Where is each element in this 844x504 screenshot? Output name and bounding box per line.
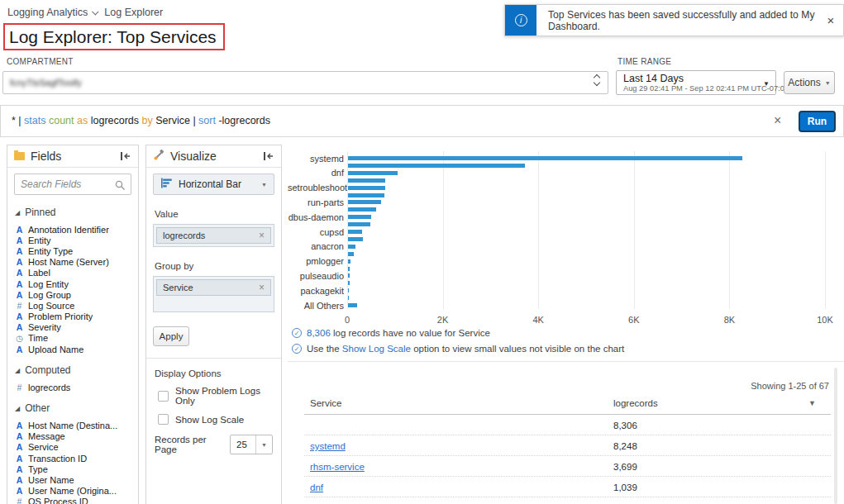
bar-run-parts[interactable] (348, 200, 381, 204)
fields-section-pinned[interactable]: ◢Pinned (15, 207, 131, 218)
query-token: -logrecords (216, 115, 270, 126)
field-item[interactable]: AAnnotation Identifier (15, 224, 131, 235)
field-item[interactable]: AUser Name (Origina... (15, 486, 131, 497)
group-by-label: Group by (155, 261, 273, 271)
note-plain-text: log records have no value for Service (331, 328, 490, 338)
field-item[interactable]: ALog Entity (15, 278, 131, 289)
field-item[interactable]: ALog Group (15, 289, 131, 300)
query-token: sort (198, 115, 216, 126)
field-item-label: Label (28, 268, 50, 278)
chart-note: ✓Use the Show Log Scale option to view s… (292, 344, 624, 354)
close-icon[interactable]: × (818, 5, 843, 36)
field-item[interactable]: #Log Source (15, 300, 131, 311)
bar-pulseaudio[interactable] (348, 273, 350, 278)
bar-unlabeled[interactable] (348, 267, 350, 271)
field-item[interactable]: #OS Process ID (15, 497, 131, 504)
group-by-chip[interactable]: Service × (156, 279, 271, 296)
bar-pmlogger[interactable] (348, 259, 350, 264)
field-item-label: Host Name (Destina... (28, 421, 117, 430)
chevron-down-icon[interactable] (92, 8, 98, 15)
service-link[interactable]: systemd (310, 441, 346, 451)
bar-cupsd[interactable] (348, 230, 362, 234)
bar-unlabeled[interactable] (348, 222, 370, 226)
checkbox-icon[interactable] (158, 414, 169, 425)
bar-unlabeled[interactable] (348, 178, 385, 183)
collapse-panel-icon[interactable] (120, 151, 131, 161)
service-link[interactable]: dnf (310, 483, 323, 492)
sort-desc-icon[interactable]: ▼ (808, 399, 816, 407)
field-item[interactable]: ALabel (15, 268, 131, 278)
bar-packagekit[interactable] (348, 288, 349, 292)
field-item-label: Severity (28, 322, 61, 332)
records-per-page-select[interactable]: 25 ▼ (230, 435, 273, 454)
bar-systemd[interactable] (348, 156, 742, 160)
field-item[interactable]: AEntity Type (15, 245, 131, 256)
text-field-icon: A (15, 225, 24, 235)
bar-unlabeled[interactable] (348, 237, 363, 241)
value-chip[interactable]: logrecords × (156, 227, 271, 244)
bar-unlabeled[interactable] (348, 164, 525, 168)
field-item[interactable]: AUpload Name (15, 344, 131, 354)
field-item-label: User Name (Origina... (28, 486, 117, 496)
table-scrollbar[interactable] (834, 368, 837, 504)
field-item[interactable]: ATransaction ID (15, 453, 131, 464)
field-item[interactable]: AHost Name (Server) (15, 257, 131, 268)
note-plain-text: Use the (307, 344, 342, 354)
checkbox-icon[interactable] (158, 391, 169, 402)
note-link[interactable]: 8,306 (307, 328, 331, 338)
fields-section-other[interactable]: ◢Other (15, 402, 131, 414)
run-button[interactable]: Run (799, 111, 836, 132)
logrecords-cell: 3,699 (613, 462, 637, 472)
bar-All Others[interactable] (348, 303, 357, 307)
remove-chip-icon[interactable]: × (259, 282, 265, 293)
table-row: dnf1,039 (304, 477, 831, 497)
visualize-icon (153, 149, 165, 164)
field-item[interactable]: #logrecords (15, 382, 131, 392)
bar-anacron[interactable] (348, 245, 355, 249)
clear-query-icon[interactable]: × (774, 113, 781, 128)
time-range-select[interactable]: Last 14 Days Aug 29 02:41 PM - Sep 12 02… (616, 70, 776, 95)
note-link[interactable]: Show Log Scale (342, 344, 411, 354)
field-item[interactable]: AProblem Priority (15, 311, 131, 322)
field-item[interactable]: AService (15, 442, 131, 453)
bar-unlabeled[interactable] (348, 296, 349, 300)
query-input[interactable]: * | stats count as logrecords by Service… (12, 115, 270, 126)
chart-type-select[interactable]: Horizontal Bar ▼ (153, 174, 274, 195)
results-count: Showing 1-25 of 67 (751, 381, 829, 391)
field-item[interactable]: AEntity (15, 235, 131, 245)
bar-dbus-daemon[interactable] (348, 215, 371, 219)
logrecords-cell: 8,306 (613, 421, 637, 430)
breadcrumb-parent[interactable]: Logging Analytics (7, 7, 88, 18)
field-item[interactable]: ASeverity (15, 322, 131, 333)
apply-button[interactable]: Apply (153, 326, 189, 346)
bar-unlabeled[interactable] (348, 207, 376, 212)
bar-dnf[interactable] (348, 171, 398, 175)
bar-setroubleshoot[interactable] (348, 186, 385, 190)
show-problem-logs-checkbox[interactable]: Show Problem Logs Only (158, 386, 271, 406)
fields-section-computed[interactable]: ◢Computed (15, 364, 131, 376)
field-item[interactable]: AHost Name (Destina... (15, 420, 131, 430)
column-header-service[interactable]: Service (310, 398, 341, 408)
bar-unlabeled[interactable] (348, 193, 384, 197)
search-icon (115, 179, 126, 194)
search-input[interactable] (15, 174, 131, 194)
gridline (634, 151, 635, 309)
bar-unlabeled[interactable] (348, 252, 354, 256)
table-row: platform-python779 (304, 497, 831, 504)
show-log-scale-checkbox[interactable]: Show Log Scale (158, 414, 271, 425)
text-field-icon: A (15, 235, 24, 245)
display-options-title: Display Options (155, 368, 273, 378)
field-item[interactable]: AType (15, 464, 131, 474)
remove-chip-icon[interactable]: × (259, 230, 265, 241)
actions-button[interactable]: Actions ▼ (784, 71, 835, 94)
field-item[interactable]: ◷Time (15, 333, 131, 344)
field-item[interactable]: AUser Name (15, 474, 131, 485)
column-header-logrecords[interactable]: logrecords (613, 398, 658, 408)
spinner-icon[interactable] (594, 75, 599, 85)
compartment-select[interactable]: fcnyTtsSagfTooify (2, 71, 608, 94)
service-link[interactable]: rhsm-service (310, 462, 365, 472)
field-item[interactable]: AMessage (15, 431, 131, 442)
bar-unlabeled[interactable] (348, 281, 350, 285)
breadcrumb-current[interactable]: Log Explorer (104, 7, 163, 18)
collapse-panel-icon[interactable] (263, 151, 274, 161)
